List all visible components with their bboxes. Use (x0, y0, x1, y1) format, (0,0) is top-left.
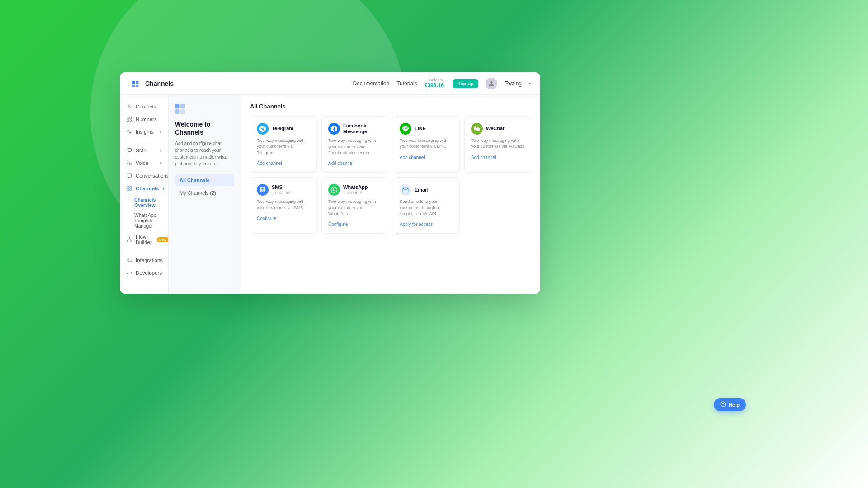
user-name: Testing (505, 80, 522, 87)
chat-icon (126, 173, 132, 179)
panel-nav-all-channels[interactable]: All Channels (175, 174, 234, 186)
add-channel-wechat[interactable]: Add channel (471, 155, 524, 160)
svg-rect-7 (130, 120, 132, 122)
sidebar-sub-whatsapp-template[interactable]: WhatsApp Template Manager (120, 210, 168, 231)
svg-line-15 (128, 239, 130, 241)
channel-card-line: LINE Two-way messaging with your custome… (393, 116, 460, 173)
panel-channels-icon (175, 104, 234, 116)
sidebar-item-developers[interactable]: Developers (120, 267, 168, 279)
sidebar-label-contacts: Contacts (136, 104, 156, 109)
channel-header-whatsapp: WhatsApp 1 channel (328, 184, 382, 196)
chart-icon (126, 129, 132, 135)
sidebar-item-flow-builder[interactable]: Flow Builder New (120, 231, 168, 248)
svg-rect-6 (127, 120, 129, 122)
channel-card-wechat: WeChat Two-way messaging with your custo… (464, 116, 531, 173)
add-channel-telegram[interactable]: Add channel (257, 161, 310, 166)
channel-desc-facebook: Two-way messaging with your customers vi… (328, 137, 382, 155)
sidebar-item-insights[interactable]: Insights ▾ (120, 126, 168, 138)
svg-rect-21 (180, 109, 185, 114)
telegram-icon (257, 123, 269, 135)
new-badge: New (157, 237, 169, 242)
channels-icon (126, 185, 132, 192)
channel-header-email: Email (400, 184, 453, 196)
avatar (486, 78, 497, 89)
svg-rect-11 (130, 189, 132, 191)
help-circle-icon (720, 401, 726, 408)
svg-point-3 (128, 105, 130, 107)
sidebar-item-channels[interactable]: Channels ▾ (120, 182, 168, 195)
channel-desc-sms: Two-way messaging with your customers vi… (257, 198, 310, 211)
svg-rect-10 (127, 189, 129, 191)
channel-name-wechat: WeChat (486, 126, 505, 131)
svg-rect-19 (180, 104, 185, 108)
add-channel-line[interactable]: Add channel (400, 155, 453, 160)
person-icon (126, 103, 132, 110)
channel-desc-wechat: Two-way messaging with your customers vi… (471, 137, 524, 150)
svg-rect-4 (127, 117, 129, 119)
chevron-down-icon[interactable]: ▾ (529, 81, 531, 86)
channel-desc-whatsapp: Two-way messaging with your customers on… (328, 198, 382, 216)
channel-card-facebook: Facebook Messenger Two-way messaging wit… (321, 116, 388, 173)
chevron-icon-channels: ▾ (162, 186, 165, 191)
channel-name-whatsapp: WhatsApp (343, 184, 368, 190)
balance-amount: €396.16 (425, 82, 444, 89)
channel-header-line: LINE (400, 123, 453, 135)
sidebar-item-sms[interactable]: SMS ▾ (120, 144, 168, 157)
channel-card-email: Email Send emails to your customers thro… (393, 177, 460, 234)
sidebar-item-integrations[interactable]: Integrations (120, 254, 168, 267)
apply-channel-email[interactable]: Apply for access (400, 222, 453, 227)
app-logo (129, 77, 142, 90)
svg-line-16 (129, 239, 131, 241)
panel-title: Welcome to Channels (175, 120, 234, 136)
svg-rect-5 (130, 117, 132, 119)
sidebar-item-numbers[interactable]: Numbers (120, 113, 168, 126)
channel-name-email: Email (415, 187, 428, 193)
sidebar-item-conversations[interactable]: Conversations (120, 169, 168, 182)
documentation-link[interactable]: Documentation (353, 80, 389, 87)
configure-channel-whatsapp[interactable]: Configure (328, 222, 382, 227)
sidebar-label-insights: Insights (136, 129, 154, 135)
topup-button[interactable]: Top up (453, 79, 478, 88)
channel-desc-line: Two-way messaging with your customers vi… (400, 137, 453, 150)
channel-card-whatsapp: WhatsApp 1 channel Two-way messaging wit… (321, 177, 388, 234)
chevron-icon-voice: ▾ (160, 161, 162, 165)
flow-icon (126, 236, 132, 243)
svg-rect-17 (127, 258, 129, 260)
add-channel-facebook[interactable]: Add channel (328, 161, 382, 166)
balance-section: Balance €396.16 (425, 78, 444, 89)
channel-card-telegram: Telegram Two-way messaging with your cus… (250, 116, 317, 173)
balance-label: Balance (429, 78, 444, 82)
top-nav: Channels Documentation Tutorials Balance… (120, 72, 540, 95)
top-nav-right: Documentation Tutorials Balance €396.16 … (353, 78, 531, 89)
help-button-label: Help (729, 402, 740, 408)
top-nav-left: Channels (129, 77, 174, 90)
phone-icon (126, 160, 132, 166)
svg-rect-20 (175, 109, 179, 114)
svg-point-2 (490, 81, 492, 83)
chevron-icon-sms: ▾ (160, 148, 162, 153)
sidebar-label-developers: Developers (136, 270, 162, 276)
sidebar-divider-2 (124, 251, 164, 251)
message-icon (126, 147, 132, 154)
channel-name-telegram: Telegram (272, 126, 293, 131)
channel-count-whatsapp: 1 channel (343, 190, 368, 195)
panel-nav-my-channels[interactable]: My Channels (2) (175, 187, 234, 199)
page-title: Channels (145, 80, 174, 87)
sidebar: Contacts Numbers Insights ▾ (120, 95, 169, 294)
configure-channel-sms[interactable]: Configure (257, 216, 310, 221)
help-button[interactable]: Help (714, 398, 746, 411)
sidebar-label-integrations: Integrations (136, 258, 163, 263)
app-window: Channels Documentation Tutorials Balance… (120, 72, 540, 294)
channels-section-title: All Channels (250, 103, 531, 110)
svg-point-13 (127, 241, 128, 242)
svg-rect-9 (130, 186, 132, 188)
sidebar-item-contacts[interactable]: Contacts (120, 100, 168, 113)
channel-card-sms: SMS 1 channel Two-way messaging with you… (250, 177, 317, 234)
channel-name-sms: SMS (272, 184, 290, 190)
sidebar-sub-channels-overview[interactable]: Channels Overview (120, 195, 168, 210)
sidebar-label-numbers: Numbers (136, 117, 157, 122)
tutorials-link[interactable]: Tutorials (396, 80, 417, 87)
main-content: Contacts Numbers Insights ▾ (120, 95, 540, 294)
svg-rect-0 (132, 81, 135, 84)
sidebar-item-voice[interactable]: Voice ▾ (120, 157, 168, 169)
